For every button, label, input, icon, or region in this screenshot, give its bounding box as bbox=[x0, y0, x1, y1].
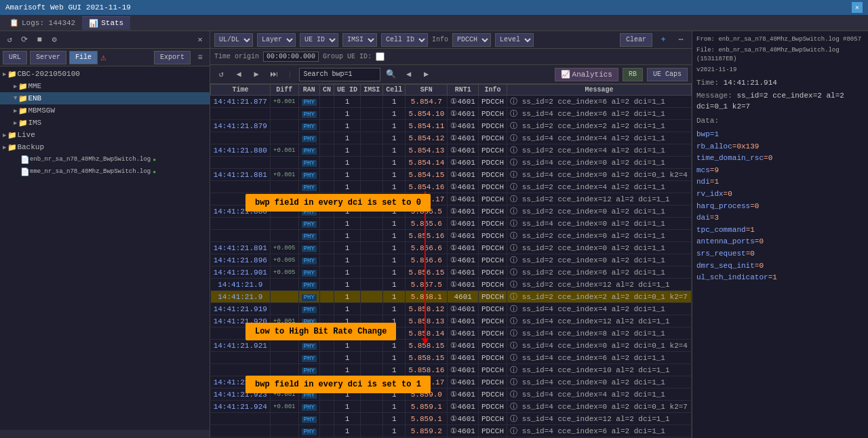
table-row[interactable]: 14:41:21.920+0.001PHY115.858.13①4601PDCC… bbox=[211, 315, 692, 327]
url-button[interactable]: URL bbox=[3, 51, 27, 64]
tree-item-backup[interactable]: ▶ 📁 Backup bbox=[0, 141, 210, 153]
pdcch-select[interactable]: PDCCH bbox=[452, 33, 491, 47]
table-row[interactable]: 14:41:21.879PHY115.854.11①4601PDCCHⓘ ss_… bbox=[211, 120, 692, 132]
tree-item-live[interactable]: ▶ 📁 Live bbox=[0, 129, 210, 141]
table-row[interactable]: PHY115.854.16①4601PDCCHⓘ ss_id=2 cce_ind… bbox=[211, 181, 692, 193]
table-row[interactable]: 14:41:21.9PHY115.857.5①4601PDCCHⓘ ss_id=… bbox=[211, 279, 692, 291]
col-ran: RAN bbox=[298, 85, 319, 96]
backup-icon: 📁 bbox=[7, 143, 17, 152]
table-row[interactable]: PHY115.855.6①4601PDCCHⓘ ss_id=4 cce_inde… bbox=[211, 218, 692, 230]
table-row[interactable]: 14:41:21.9PHY115.858.14601PDCCHⓘ ss_id=2… bbox=[211, 291, 692, 303]
table-row[interactable]: PHY115.854.17①4601PDCCHⓘ ss_id=2 cce_ind… bbox=[211, 193, 692, 205]
table-row[interactable]: 14:41:21.901+0.005PHY115.856.15①4601PDCC… bbox=[211, 266, 692, 279]
rb-button[interactable]: RB bbox=[623, 68, 643, 81]
table-row[interactable]: PHY115.859.1①4601PDCCHⓘ ss_id=4 cce_inde… bbox=[211, 413, 692, 425]
field-row: time_domain_rsc=0 bbox=[696, 153, 864, 165]
file-button[interactable]: File bbox=[69, 51, 98, 64]
refresh-button[interactable]: ↺ bbox=[3, 33, 16, 47]
table-row[interactable]: 14:41:21.921PHY115.858.15①4601PDCCHⓘ ss_… bbox=[211, 340, 692, 352]
table-row[interactable]: 14:41:21.896+0.005PHY115.856.6①4601PDCCH… bbox=[211, 254, 692, 266]
uldl-select[interactable]: UL/DL bbox=[214, 33, 253, 47]
horizontal-scrollbar[interactable] bbox=[0, 430, 210, 438]
export-button[interactable]: Export bbox=[154, 51, 191, 64]
warning-icon: ⚠ bbox=[100, 52, 106, 63]
next-button[interactable]: ▶ bbox=[250, 68, 263, 81]
layer-select[interactable]: Layer bbox=[257, 33, 296, 47]
field-row: dmrs_seq_init=0 bbox=[696, 260, 864, 273]
refresh-action-button[interactable]: ↺ bbox=[214, 68, 228, 81]
table-row[interactable]: 14:41:21.891+0.005PHY115.856.6①4601PDCCH… bbox=[211, 242, 692, 254]
time-origin-label: Time origin bbox=[214, 53, 259, 60]
table-row[interactable]: PHY115.854.12①4601PDCCHⓘ ss_id=4 cce_ind… bbox=[211, 132, 692, 144]
clear-button[interactable]: Clear bbox=[620, 33, 652, 47]
tree-item-enb[interactable]: ▼ 📁 ENB bbox=[0, 92, 210, 104]
add-filter-button[interactable]: + bbox=[656, 33, 670, 47]
table-row[interactable]: 14:41:21.886PHY115.855.5①4601PDCCHⓘ ss_i… bbox=[211, 205, 692, 218]
prev-button[interactable]: ◀ bbox=[232, 68, 245, 81]
level-select[interactable]: Level bbox=[495, 33, 534, 47]
analytics-button[interactable]: 📈 Analytics bbox=[555, 68, 618, 81]
table-row[interactable]: 14:41:21.877+0.001PHY115.854.7①4601PDCCH… bbox=[211, 96, 692, 108]
settings-button[interactable]: ⚙ bbox=[47, 33, 61, 47]
close-button[interactable]: ✕ bbox=[852, 2, 863, 13]
ueid-select[interactable]: UE ID bbox=[300, 33, 338, 47]
table-row[interactable]: PHY115.855.16①4601PDCCHⓘ ss_id=2 cce_ind… bbox=[211, 230, 692, 242]
tree-root-icon: 📁 bbox=[7, 70, 17, 79]
table-row[interactable]: PHY115.854.10①4601PDCCHⓘ ss_id=4 cce_ind… bbox=[211, 108, 692, 120]
stop-button[interactable]: ■ bbox=[33, 33, 46, 47]
table-row[interactable]: PHY115.858.15①4601PDCCHⓘ ss_id=4 cce_ind… bbox=[211, 352, 692, 364]
table-row[interactable]: 14:41:21.881+0.001PHY115.854.15①4601PDCC… bbox=[211, 169, 692, 181]
enb-log-icon: 📄 bbox=[20, 155, 30, 164]
tab-stats[interactable]: 📊 Stats bbox=[82, 16, 130, 30]
center-panel: UL/DL Layer UE ID IMSI Cell ID Info PDCC… bbox=[210, 31, 692, 438]
col-msg: Message bbox=[507, 85, 692, 96]
fields-container: bwp=1rb_alloc=0x139time_domain_rsc=0mcs=… bbox=[696, 129, 864, 284]
table-row[interactable]: 14:41:21.923+0.001PHY115.859.0①4601PDCCH… bbox=[211, 389, 692, 401]
table-row[interactable]: 14:41:21.880+0.001PHY115.854.13①4601PDCC… bbox=[211, 144, 692, 157]
field-row: bwp=1 bbox=[696, 129, 864, 141]
info-label: Info bbox=[432, 36, 448, 43]
table-wrapper: Time Diff RAN CN UE ID IMSI Cell SFN RNT… bbox=[210, 84, 692, 438]
cellid-select[interactable]: Cell ID bbox=[381, 33, 428, 47]
col-cn: CN bbox=[319, 85, 334, 96]
table-row[interactable]: PHY115.858.14①4601PDCCHⓘ ss_id=4 cce_ind… bbox=[211, 327, 692, 340]
table-row[interactable]: PHY115.859.2①4601PDCCHⓘ ss_id=4 cce_inde… bbox=[211, 425, 692, 437]
mme-icon: 📁 bbox=[18, 82, 28, 91]
tree-item-mme-log[interactable]: 📄 mme_nr_sa_n78_40Mhz_BwpSwitch.log ● bbox=[0, 165, 210, 178]
table-row[interactable]: 14:41:21.922+0.001PHY115.858.17①4601PDCC… bbox=[211, 376, 692, 389]
server-button[interactable]: Server bbox=[30, 51, 66, 64]
logs-icon: 📋 bbox=[9, 18, 19, 27]
more-filters-button[interactable]: ⋯ bbox=[674, 33, 688, 47]
uecaps-button[interactable]: UE Caps bbox=[647, 68, 688, 81]
connect-button[interactable]: ⟳ bbox=[18, 33, 31, 47]
field-row: tpc_command=1 bbox=[696, 224, 864, 237]
col-rnt1: RNT1 bbox=[448, 85, 479, 96]
tree-item-enb-log[interactable]: 📄 enb_nr_sa_n78_40Mhz_BwpSwitch.log ● bbox=[0, 153, 210, 165]
tab-logs[interactable]: 📋 Logs: 144342 bbox=[3, 16, 82, 30]
enb-icon: 📁 bbox=[18, 94, 28, 103]
group-ue-label: Group UE ID: bbox=[323, 53, 372, 60]
imsi-select[interactable]: IMSI bbox=[342, 33, 377, 47]
last-button[interactable]: ⏭ bbox=[267, 68, 281, 81]
table-row[interactable]: PHY115.858.16①4601PDCCHⓘ ss_id=4 cce_ind… bbox=[211, 364, 692, 376]
header-line2: File: enb_nr_sa_n78_40Mhz_BwpSwitch.log … bbox=[696, 46, 864, 64]
field-row: rb_alloc=0x139 bbox=[696, 141, 864, 153]
next-search-button[interactable]: ▶ bbox=[420, 68, 433, 81]
table-row[interactable]: 14:41:21.924+0.001PHY115.859.1①4601PDCCH… bbox=[211, 401, 692, 413]
left-toolbar: ↺ ⟳ ■ ⚙ ✕ bbox=[0, 31, 210, 49]
table-row[interactable]: PHY115.854.14①4601PDCCHⓘ ss_id=4 cce_ind… bbox=[211, 157, 692, 169]
search-icon-button[interactable]: 🔍 bbox=[384, 68, 398, 81]
group-ue-checkbox[interactable] bbox=[376, 52, 384, 61]
tree-item-ims[interactable]: ▶ 📁 IMS bbox=[0, 117, 210, 129]
tree-item-mme[interactable]: ▶ 📁 MME bbox=[0, 80, 210, 92]
search-input[interactable] bbox=[299, 68, 380, 81]
mme-log-icon: 📄 bbox=[20, 167, 30, 176]
field-row: harq_process=0 bbox=[696, 201, 864, 213]
tree-item-mbmsgw[interactable]: ▶ 📁 MBMSGW bbox=[0, 104, 210, 117]
table-row[interactable]: 14:41:21.919PHY115.858.12①4601PDCCHⓘ ss_… bbox=[211, 303, 692, 315]
prev-search-button[interactable]: ◀ bbox=[402, 68, 416, 81]
tree-root[interactable]: ▶ 📁 CBC-2021050100 bbox=[0, 68, 210, 80]
more-button[interactable]: ≡ bbox=[193, 51, 207, 64]
col-info: Info bbox=[478, 85, 507, 96]
close-panel-button[interactable]: ✕ bbox=[193, 33, 207, 47]
